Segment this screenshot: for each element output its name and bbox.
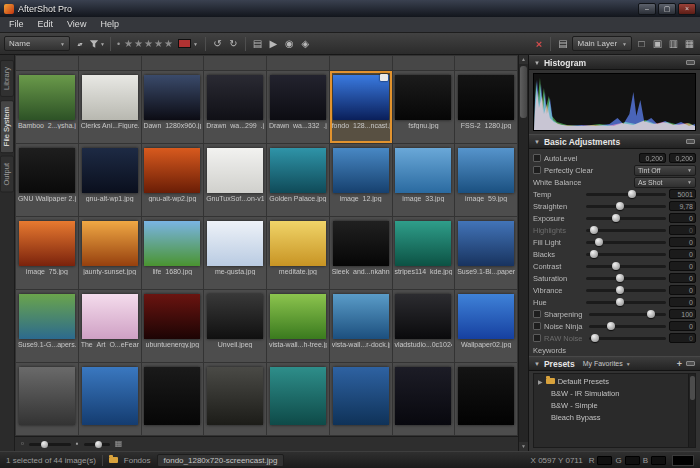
vibrance-slider[interactable] xyxy=(586,289,666,292)
slider-handle[interactable] xyxy=(616,286,624,294)
thumbnail-cell[interactable]: Wallpaper02.jpg xyxy=(455,290,517,362)
close-button[interactable]: × xyxy=(678,3,696,15)
thumbnail-cell[interactable] xyxy=(267,363,329,435)
thumbnail-cell[interactable] xyxy=(204,56,266,70)
contrast-value[interactable]: 0 xyxy=(669,261,696,271)
raw-noise-value[interactable]: 0 xyxy=(669,333,696,343)
sidebar-tab-library[interactable]: Library xyxy=(0,60,14,97)
slider-handle[interactable] xyxy=(41,441,48,448)
delete-icon[interactable]: × xyxy=(532,36,545,51)
sort-field-select[interactable]: Name ▼ xyxy=(4,36,70,51)
keywords-row[interactable]: Keywords xyxy=(533,344,696,356)
slider-handle[interactable] xyxy=(628,190,636,198)
scroll-down-icon[interactable]: ▼ xyxy=(519,442,528,451)
slider-handle[interactable] xyxy=(591,334,599,342)
thumbnail-cell[interactable]: Unveil.jpeg xyxy=(204,290,266,362)
thumbnail-cell[interactable]: Clerks Ani...Figure.jpg xyxy=(79,71,141,143)
blacks-value[interactable]: 0 xyxy=(669,249,696,259)
thumbnail-cell[interactable]: fondo_128...ncast.jpg xyxy=(330,71,392,143)
layers-icon[interactable]: ▤ xyxy=(556,36,569,51)
menu-edit[interactable]: Edit xyxy=(31,17,61,32)
slider-handle[interactable] xyxy=(607,322,615,330)
highlights-value[interactable]: 0 xyxy=(669,225,696,235)
grid-scrollbar[interactable]: ▲ ▼ xyxy=(518,55,528,451)
preset-item[interactable]: B&W - IR Simulation xyxy=(534,387,695,399)
slider-handle[interactable] xyxy=(590,250,598,258)
sharpening-value[interactable]: 100 xyxy=(669,309,696,319)
layer-select[interactable]: Main Layer ▼ xyxy=(572,36,632,51)
thumbnail-cell[interactable]: fsfgnu.jpg xyxy=(393,71,455,143)
menu-file[interactable]: File xyxy=(2,17,31,32)
slider-handle[interactable] xyxy=(647,310,655,318)
thumbnail-cell[interactable]: gnu-alt-wp2.jpg xyxy=(142,144,204,216)
sidebar-tab-file-system[interactable]: File System xyxy=(0,100,14,153)
thumbnail-cell[interactable]: Dawn_1280x960.jpg xyxy=(142,71,204,143)
saturation-value[interactable]: 0 xyxy=(669,273,696,283)
menu-help[interactable]: Help xyxy=(93,17,126,32)
thumbnail-cell[interactable]: meditate.jpg xyxy=(267,217,329,289)
temp-slider[interactable] xyxy=(586,193,666,196)
grid-toggle-icon[interactable]: ▦ xyxy=(115,437,123,451)
exposure-slider[interactable] xyxy=(586,217,666,220)
slider-handle[interactable] xyxy=(612,262,620,270)
slider-handle[interactable] xyxy=(616,298,624,306)
slider-handle[interactable] xyxy=(612,214,620,222)
single-view-icon[interactable]: ▣ xyxy=(651,36,664,51)
thumbnail-cell[interactable]: vladstudio...0c1024.jpg xyxy=(393,290,455,362)
thumbnail-cell[interactable]: FSS-2_1280.jpg xyxy=(455,71,517,143)
noise-ninja-value[interactable]: 0 xyxy=(669,321,696,331)
maximize-button[interactable]: ▢ xyxy=(658,3,676,15)
thumbnail-cell[interactable]: image_33.jpg xyxy=(393,144,455,216)
thumbnail-cell[interactable] xyxy=(142,363,204,435)
thumbnail-cell[interactable]: Drawn_wa...299_.jpg xyxy=(204,71,266,143)
hue-slider[interactable] xyxy=(586,301,666,304)
thumbnail-cell[interactable]: Sleek_and...nkahn.jpg xyxy=(330,217,392,289)
perfectly-clear-checkbox[interactable] xyxy=(533,166,541,174)
tint-select[interactable]: Tint Off ▼ xyxy=(634,165,696,176)
zoom-slider[interactable] xyxy=(84,443,110,446)
hue-value[interactable]: 0 xyxy=(669,297,696,307)
thumbnail-cell[interactable] xyxy=(455,56,517,70)
noise-ninja-checkbox[interactable] xyxy=(533,322,541,330)
thumbnail-cell[interactable] xyxy=(142,56,204,70)
favorites-select[interactable]: My Favorites ▼ xyxy=(583,360,631,367)
thumbnail-cell[interactable]: image_59.jpg xyxy=(455,144,517,216)
pin-icon[interactable] xyxy=(686,139,695,144)
thumbnail-cell[interactable] xyxy=(16,56,78,70)
pin-icon[interactable] xyxy=(686,60,695,65)
basic-adjustments-header[interactable]: ▼ Basic Adjustments xyxy=(529,134,700,149)
current-folder[interactable]: Fondos xyxy=(124,456,151,465)
thumbnail-cell[interactable] xyxy=(204,363,266,435)
slider-handle[interactable] xyxy=(616,274,624,282)
thumbnail-cell[interactable]: life_1680.jpg xyxy=(142,217,204,289)
filter-icon[interactable]: ▼ xyxy=(89,36,105,51)
slider-handle[interactable] xyxy=(590,226,598,234)
thumbnail-cell[interactable] xyxy=(455,363,517,435)
raw-noise-checkbox[interactable] xyxy=(533,334,541,342)
thumbnail-cell[interactable]: Bamboo_2...ysha.jpg xyxy=(16,71,78,143)
slider-handle[interactable] xyxy=(595,238,603,246)
vibrance-value[interactable]: 0 xyxy=(669,285,696,295)
star-icon[interactable]: ★ xyxy=(164,38,173,49)
thumbnail-cell[interactable]: Suse9.1-G...apers.jpg xyxy=(16,290,78,362)
image-icon[interactable]: ▤ xyxy=(251,36,264,51)
exposure-value[interactable]: 0 xyxy=(669,213,696,223)
white-balance-select[interactable]: As Shot ▼ xyxy=(634,177,696,188)
thumbnail-cell[interactable] xyxy=(330,363,392,435)
minimize-button[interactable]: – xyxy=(638,3,656,15)
blacks-slider[interactable] xyxy=(586,253,666,256)
autolevel-high-value[interactable]: 0,200 xyxy=(669,153,696,163)
thumbnail-cell[interactable] xyxy=(16,363,78,435)
preset-item[interactable]: B&W - Simple xyxy=(534,399,695,411)
thumbnail-cell[interactable]: vista-wall...h-tree.jpg xyxy=(267,290,329,362)
thumbnail-cell[interactable]: me-gusta.jpg xyxy=(204,217,266,289)
raw-noise-slider[interactable] xyxy=(589,337,666,340)
split-view-icon[interactable]: ▥ xyxy=(667,36,680,51)
sort-direction-button[interactable]: ▴▾ xyxy=(73,36,86,51)
pin-icon[interactable] xyxy=(686,361,695,366)
titlebar[interactable]: AfterShot Pro – ▢ × xyxy=(0,0,700,17)
menu-view[interactable]: View xyxy=(60,17,93,32)
presets-scrollbar[interactable] xyxy=(688,374,695,447)
saturation-slider[interactable] xyxy=(586,277,666,280)
fill-light-slider[interactable] xyxy=(586,241,666,244)
